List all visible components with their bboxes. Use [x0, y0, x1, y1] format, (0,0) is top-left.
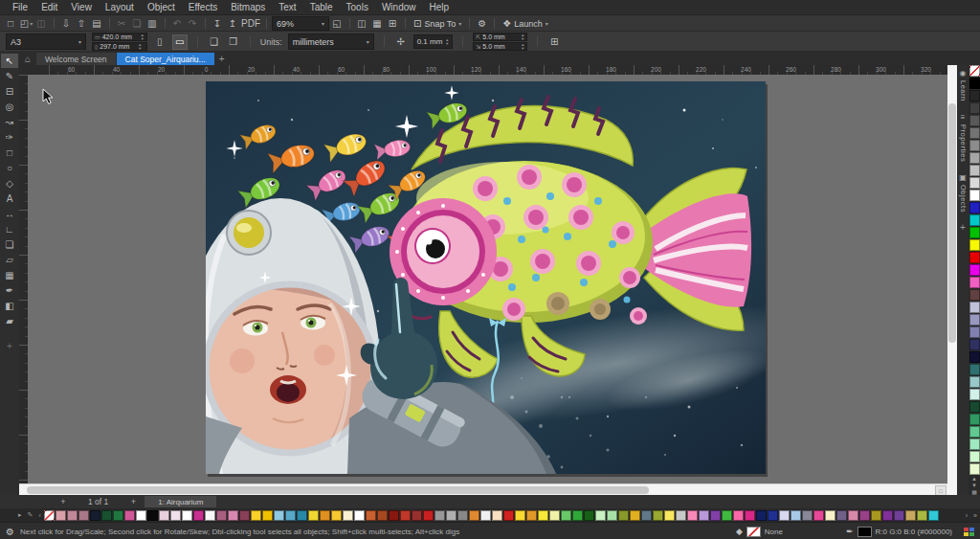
zoom-level-select[interactable]: 69%▾: [272, 16, 329, 31]
color-swatch[interactable]: [320, 510, 330, 521]
color-swatch[interactable]: [113, 510, 123, 521]
interactive-fill-tool[interactable]: ◧: [1, 299, 18, 313]
show-grid-button[interactable]: ▦: [370, 17, 385, 31]
all-pages-settings-button[interactable]: ❒: [227, 35, 240, 49]
docker-tab-properties[interactable]: ≡ Properties: [959, 113, 968, 162]
connector-tool[interactable]: ∟: [1, 222, 18, 236]
menu-item[interactable]: Layout: [99, 0, 141, 14]
menu-item[interactable]: View: [64, 0, 99, 14]
color-swatch[interactable]: [377, 510, 388, 521]
color-swatch[interactable]: [526, 510, 537, 521]
new-tab-button[interactable]: +: [215, 53, 229, 65]
color-swatch[interactable]: [791, 510, 801, 521]
color-swatch[interactable]: [618, 510, 629, 521]
color-swatch[interactable]: [446, 510, 457, 521]
menu-item[interactable]: Bitmaps: [224, 0, 272, 14]
ellipse-tool[interactable]: ○: [1, 161, 18, 175]
color-swatch[interactable]: [503, 510, 514, 521]
color-swatch[interactable]: [159, 510, 169, 521]
toolbar-button[interactable]: [349, 18, 350, 29]
color-swatch[interactable]: [969, 65, 980, 77]
color-swatch[interactable]: [67, 510, 78, 521]
add-page-button[interactable]: +: [57, 497, 69, 506]
color-swatch[interactable]: [400, 510, 411, 521]
color-swatch[interactable]: [549, 510, 560, 521]
shape-tool[interactable]: ✎: [1, 69, 18, 83]
color-eyedropper-tool[interactable]: ✒: [1, 283, 18, 298]
color-swatch[interactable]: [722, 510, 732, 521]
toolbar-button[interactable]: [165, 18, 166, 29]
save-button[interactable]: ◫: [34, 17, 49, 31]
color-swatch[interactable]: [331, 510, 342, 521]
color-swatch[interactable]: [969, 102, 980, 114]
publish-pdf-button[interactable]: PDF: [241, 17, 261, 31]
color-swatch[interactable]: [733, 510, 744, 521]
color-swatch[interactable]: [969, 414, 980, 425]
color-swatch[interactable]: [745, 510, 755, 521]
rectangle-tool[interactable]: □: [1, 146, 18, 160]
palette-scroll-left-icon[interactable]: ‹: [35, 512, 43, 519]
color-swatch[interactable]: [457, 510, 468, 521]
color-swatch[interactable]: [228, 510, 238, 521]
color-swatch[interactable]: [515, 510, 525, 521]
menu-item[interactable]: Effects: [182, 0, 224, 14]
color-swatch[interactable]: [205, 510, 215, 521]
launch-dropdown[interactable]: ❖ Launch ▾: [500, 17, 551, 31]
color-swatch[interactable]: [56, 510, 66, 521]
color-swatch[interactable]: [969, 127, 980, 139]
color-swatch[interactable]: [969, 177, 980, 189]
page-size-select[interactable]: A3▾: [6, 34, 86, 50]
toolbar-button[interactable]: [205, 18, 206, 29]
palette-scroll-up-icon[interactable]: ▲: [971, 476, 977, 483]
color-swatch[interactable]: [969, 264, 980, 276]
color-swatch[interactable]: [836, 510, 847, 521]
color-swatch[interactable]: [969, 376, 980, 388]
color-swatch[interactable]: [480, 510, 491, 521]
color-swatch[interactable]: [779, 510, 790, 521]
color-swatch[interactable]: [969, 438, 980, 450]
color-swatch[interactable]: [687, 510, 698, 521]
eyedropper-icon[interactable]: ✎: [25, 511, 36, 519]
color-swatch[interactable]: [969, 115, 980, 126]
canvas-artwork[interactable]: [206, 81, 766, 474]
color-swatch[interactable]: [969, 326, 980, 338]
color-swatch[interactable]: [969, 152, 980, 164]
color-swatch[interactable]: [216, 510, 227, 521]
color-swatch[interactable]: [182, 510, 192, 521]
nudge-distance-field[interactable]: 0.1 mm▲▼: [413, 34, 454, 49]
vertical-scrollbar[interactable]: [947, 65, 957, 495]
open-from-cloud-button[interactable]: ⇩: [59, 17, 74, 31]
color-swatch[interactable]: [848, 510, 858, 521]
color-swatch[interactable]: [90, 510, 100, 521]
color-swatch[interactable]: [44, 510, 55, 521]
palette-expand-icon[interactable]: »: [970, 512, 980, 519]
mesh-fill-tool[interactable]: ▦: [1, 268, 18, 282]
color-swatch[interactable]: [969, 401, 980, 413]
tab-welcome-screen[interactable]: Welcome Screen: [36, 53, 116, 65]
color-swatch[interactable]: [124, 510, 135, 521]
color-swatch[interactable]: [969, 302, 980, 313]
page-height-field[interactable]: ▯297.0 mm▲▼: [92, 42, 147, 51]
new-document-button[interactable]: □: [4, 17, 18, 31]
dimension-tool[interactable]: ↔: [1, 207, 18, 221]
color-swatch[interactable]: [366, 510, 376, 521]
color-swatch[interactable]: [969, 463, 980, 475]
tab-document[interactable]: Cat Soper_Airquariu...: [117, 53, 214, 65]
color-swatch[interactable]: [969, 239, 980, 251]
color-swatch[interactable]: [969, 190, 980, 201]
color-swatch[interactable]: [354, 510, 365, 521]
color-swatch[interactable]: [905, 510, 916, 521]
cut-button[interactable]: ✂: [115, 17, 129, 31]
color-swatch[interactable]: [802, 510, 813, 521]
text-tool[interactable]: A: [1, 191, 18, 206]
color-swatch[interactable]: [969, 252, 980, 263]
color-swatch[interactable]: [412, 510, 422, 521]
color-swatch[interactable]: [969, 351, 980, 363]
color-swatch[interactable]: [768, 510, 778, 521]
color-swatch[interactable]: [101, 510, 112, 521]
menu-item[interactable]: Window: [375, 0, 423, 14]
menu-item[interactable]: File: [6, 0, 34, 14]
color-swatch[interactable]: [969, 426, 980, 438]
color-swatch[interactable]: [607, 510, 617, 521]
color-swatch[interactable]: [469, 510, 479, 521]
